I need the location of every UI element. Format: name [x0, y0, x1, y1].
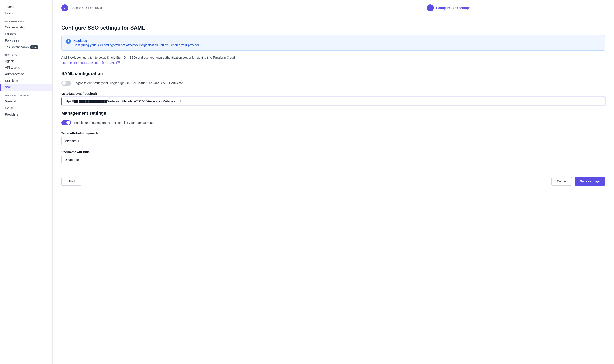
step-2-label: Configure SSO settings — [436, 6, 470, 10]
step-1-circle: ✓ — [61, 4, 68, 11]
beta-badge: Beta — [30, 46, 38, 49]
metadata-url-input[interactable] — [61, 97, 605, 105]
sidebar-item-sso[interactable]: SSO — [0, 84, 52, 91]
username-attribute-field-group: Username Attribute — [61, 150, 605, 164]
step-1-label: Choose an SSO provider — [70, 6, 105, 10]
management-toggle-row: Enable team management to customize your… — [61, 120, 605, 125]
info-text-before: Configuring your SSO settings will — [73, 43, 121, 47]
footer-right: Cancel Save settings — [551, 177, 605, 185]
sidebar-item-cost-estimation[interactable]: Cost estimation — [0, 24, 52, 31]
info-box-content: Heads up Configuring your SSO settings w… — [73, 39, 200, 47]
learn-more-link-text: Learn more about SSO setup for SAML. — [61, 61, 116, 65]
learn-more-link[interactable]: Learn more about SSO setup for SAML. — [61, 61, 120, 65]
info-text: Configuring your SSO settings will not a… — [73, 43, 200, 47]
back-button-label: Back — [69, 180, 76, 183]
sidebar-item-api-tokens[interactable]: API tokens — [0, 64, 52, 71]
saml-section-title: SAML configuration — [61, 71, 605, 76]
management-toggle[interactable] — [61, 120, 71, 125]
step-2-circle: 2 — [427, 4, 434, 11]
save-settings-button[interactable]: Save settings — [574, 177, 605, 185]
username-attribute-input[interactable] — [61, 156, 605, 164]
sidebar-item-users[interactable]: Users — [0, 10, 52, 17]
team-attribute-field-group: Team Attribute (required) — [61, 131, 605, 145]
sidebar-item-general[interactable]: General — [0, 98, 52, 104]
stepper-line — [244, 8, 423, 8]
info-text-after: affect your organization until you enabl… — [125, 43, 200, 47]
sidebar-item-authentication[interactable]: Authentication — [0, 71, 52, 78]
saml-toggle[interactable] — [61, 80, 71, 86]
info-title: Heads up — [73, 39, 200, 42]
main-content: ✓ Choose an SSO provider 2 Configure SSO… — [53, 0, 614, 364]
step-2: 2 Configure SSO settings — [427, 4, 605, 11]
sidebar-section-security: Security — [0, 50, 52, 58]
stepper: ✓ Choose an SSO provider 2 Configure SSO… — [61, 0, 605, 18]
info-box: i Heads up Configuring your SSO settings… — [61, 35, 605, 51]
footer-actions: ‹ Back Cancel Save settings — [61, 173, 605, 185]
saml-toggle-row: Toggle to edit settings for Single Sign-… — [61, 80, 605, 86]
sidebar-item-agents[interactable]: Agents — [0, 58, 52, 64]
management-toggle-label: Enable team management to customize your… — [74, 121, 155, 124]
sidebar-item-events[interactable]: Events — [0, 104, 52, 111]
sidebar-item-task-event-hooks[interactable]: Task event hooksBeta — [0, 44, 52, 50]
cancel-button-label: Cancel — [557, 180, 566, 183]
external-link-icon — [117, 61, 120, 64]
metadata-url-label: Metadata URL (required) — [61, 92, 605, 95]
sidebar-item-ssh-keys[interactable]: SSH keys — [0, 78, 52, 84]
sidebar-section-integrations: Integrations — [0, 17, 52, 24]
info-icon: i — [66, 39, 71, 44]
team-attribute-label: Team Attribute (required) — [61, 131, 605, 135]
sidebar-item-policies[interactable]: Policies — [0, 31, 52, 37]
info-text-bold: not — [121, 43, 125, 47]
username-attribute-label: Username Attribute — [61, 150, 605, 154]
sidebar-item-providers[interactable]: Providers — [0, 111, 52, 118]
page-title: Configure SSO settings for SAML — [61, 25, 605, 31]
sidebar-item-teams[interactable]: Teams — [0, 3, 52, 10]
management-section-title: Management settings — [61, 111, 605, 116]
back-button[interactable]: ‹ Back — [61, 177, 82, 185]
cancel-button[interactable]: Cancel — [551, 177, 572, 185]
team-attribute-input[interactable] — [61, 137, 605, 145]
back-chevron-icon: ‹ — [67, 180, 68, 183]
management-toggle-thumb — [66, 121, 70, 125]
saml-toggle-label: Toggle to edit settings for Single Sign-… — [74, 81, 184, 85]
sidebar-section-version-control: Version control — [0, 91, 52, 98]
save-settings-label: Save settings — [580, 180, 600, 183]
step-1: ✓ Choose an SSO provider — [61, 4, 240, 11]
description-text: Add SAML configuration to setup Single S… — [61, 56, 605, 59]
sidebar-item-policy-sets[interactable]: Policy sets — [0, 37, 52, 44]
metadata-url-field-group: Metadata URL (required) — [61, 92, 605, 105]
sidebar: TeamsUsers Integrations Cost estimationP… — [0, 0, 53, 364]
saml-toggle-thumb — [62, 81, 66, 85]
